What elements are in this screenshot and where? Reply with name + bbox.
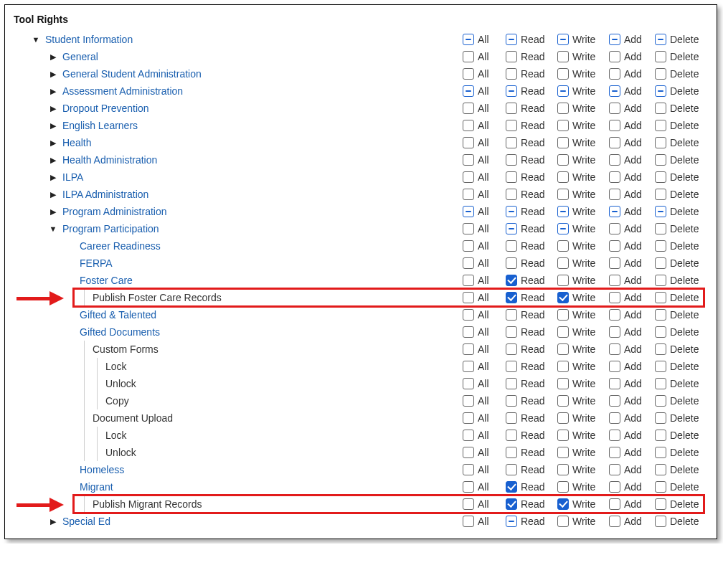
checkbox-all-ferpa[interactable]: [463, 257, 474, 269]
checkbox-write-doc-upload[interactable]: [557, 412, 569, 424]
checkbox-add-health-admin[interactable]: [609, 154, 620, 166]
checkbox-all-publish-foster[interactable]: [463, 292, 474, 303]
item-label-gen-student-admin[interactable]: General Student Administration: [62, 68, 202, 80]
checkbox-read-ilpa-admin[interactable]: [506, 189, 517, 200]
collapse-icon[interactable]: ▼: [48, 224, 58, 233]
checkbox-write-health-admin[interactable]: [557, 154, 569, 166]
checkbox-read-cf-copy[interactable]: [506, 395, 517, 407]
checkbox-add-dropout-prev[interactable]: [609, 103, 620, 114]
checkbox-read-gen-student-admin[interactable]: [506, 68, 517, 80]
checkbox-add-ilpa[interactable]: [609, 171, 620, 183]
checkbox-write-student-info[interactable]: [557, 34, 569, 45]
checkbox-add-gifted-documents[interactable]: [609, 326, 620, 338]
checkbox-read-gifted-talented[interactable]: [506, 309, 517, 321]
checkbox-all-migrant[interactable]: [463, 481, 474, 493]
checkbox-delete-homeless[interactable]: [655, 464, 666, 475]
checkbox-add-assessment-admin[interactable]: [609, 85, 620, 97]
item-label-program-admin[interactable]: Program Administration: [62, 206, 167, 217]
checkbox-delete-gifted-talented[interactable]: [655, 309, 666, 321]
checkbox-write-migrant[interactable]: [557, 481, 569, 493]
checkbox-all-du-unlock[interactable]: [463, 447, 474, 458]
checkbox-read-publish-migrant[interactable]: [506, 498, 517, 510]
checkbox-add-cf-unlock[interactable]: [609, 378, 620, 389]
checkbox-write-dropout-prev[interactable]: [557, 103, 569, 114]
checkbox-write-gifted-talented[interactable]: [557, 309, 569, 321]
expand-icon[interactable]: ▶: [48, 87, 58, 96]
expand-icon[interactable]: ▶: [48, 138, 58, 148]
checkbox-write-cf-lock[interactable]: [557, 361, 569, 372]
checkbox-delete-dropout-prev[interactable]: [655, 103, 666, 114]
checkbox-all-health[interactable]: [463, 137, 474, 148]
checkbox-read-health-admin[interactable]: [506, 154, 517, 166]
checkbox-add-publish-foster[interactable]: [609, 292, 620, 303]
checkbox-delete-cf-unlock[interactable]: [655, 378, 666, 389]
checkbox-add-foster-care[interactable]: [609, 275, 620, 286]
checkbox-read-du-lock[interactable]: [506, 430, 517, 441]
checkbox-all-program-admin[interactable]: [463, 206, 474, 217]
expand-icon[interactable]: ▶: [48, 70, 58, 79]
checkbox-read-migrant[interactable]: [506, 481, 517, 493]
checkbox-delete-career-readiness[interactable]: [655, 240, 666, 252]
checkbox-delete-ferpa[interactable]: [655, 257, 666, 269]
checkbox-all-gifted-documents[interactable]: [463, 326, 474, 338]
checkbox-delete-ilpa[interactable]: [655, 171, 666, 183]
checkbox-all-publish-migrant[interactable]: [463, 498, 474, 510]
checkbox-read-student-info[interactable]: [506, 34, 517, 45]
checkbox-add-gifted-talented[interactable]: [609, 309, 620, 321]
checkbox-read-custom-forms[interactable]: [506, 343, 517, 355]
checkbox-delete-english-learners[interactable]: [655, 120, 666, 131]
checkbox-read-program-participation[interactable]: [506, 223, 517, 234]
item-label-health[interactable]: Health: [62, 137, 91, 148]
checkbox-add-du-lock[interactable]: [609, 430, 620, 441]
checkbox-read-ilpa[interactable]: [506, 171, 517, 183]
checkbox-read-career-readiness[interactable]: [506, 240, 517, 252]
checkbox-write-general[interactable]: [557, 51, 569, 62]
checkbox-all-cf-unlock[interactable]: [463, 378, 474, 389]
checkbox-add-gen-student-admin[interactable]: [609, 68, 620, 80]
checkbox-delete-doc-upload[interactable]: [655, 412, 666, 424]
item-label-ilpa-admin[interactable]: ILPA Administration: [62, 189, 148, 200]
item-label-health-admin[interactable]: Health Administration: [62, 154, 157, 166]
checkbox-write-assessment-admin[interactable]: [557, 85, 569, 97]
item-label-migrant[interactable]: Migrant: [80, 481, 113, 493]
checkbox-delete-custom-forms[interactable]: [655, 343, 666, 355]
checkbox-read-health[interactable]: [506, 137, 517, 148]
checkbox-read-assessment-admin[interactable]: [506, 85, 517, 97]
checkbox-add-special-ed[interactable]: [609, 516, 620, 527]
checkbox-write-publish-migrant[interactable]: [557, 498, 569, 510]
checkbox-read-ferpa[interactable]: [506, 257, 517, 269]
expand-icon[interactable]: ▶: [48, 52, 58, 62]
checkbox-add-cf-lock[interactable]: [609, 361, 620, 372]
checkbox-delete-student-info[interactable]: [655, 34, 666, 45]
checkbox-all-career-readiness[interactable]: [463, 240, 474, 252]
checkbox-add-publish-migrant[interactable]: [609, 498, 620, 510]
checkbox-delete-migrant[interactable]: [655, 481, 666, 493]
checkbox-all-doc-upload[interactable]: [463, 412, 474, 424]
checkbox-write-cf-unlock[interactable]: [557, 378, 569, 389]
checkbox-delete-du-unlock[interactable]: [655, 447, 666, 458]
checkbox-delete-cf-lock[interactable]: [655, 361, 666, 372]
checkbox-delete-general[interactable]: [655, 51, 666, 62]
checkbox-add-student-info[interactable]: [609, 34, 620, 45]
checkbox-write-special-ed[interactable]: [557, 516, 569, 527]
expand-icon[interactable]: ▶: [48, 207, 58, 217]
checkbox-delete-gifted-documents[interactable]: [655, 326, 666, 338]
checkbox-all-custom-forms[interactable]: [463, 343, 474, 355]
checkbox-add-migrant[interactable]: [609, 481, 620, 493]
expand-icon[interactable]: ▶: [48, 173, 58, 182]
checkbox-write-english-learners[interactable]: [557, 120, 569, 131]
checkbox-delete-assessment-admin[interactable]: [655, 85, 666, 97]
checkbox-write-gifted-documents[interactable]: [557, 326, 569, 338]
checkbox-read-foster-care[interactable]: [506, 275, 517, 286]
checkbox-read-homeless[interactable]: [506, 464, 517, 475]
expand-icon[interactable]: ▶: [48, 104, 58, 113]
item-label-dropout-prev[interactable]: Dropout Prevention: [62, 103, 149, 114]
checkbox-add-du-unlock[interactable]: [609, 447, 620, 458]
checkbox-read-dropout-prev[interactable]: [506, 103, 517, 114]
checkbox-all-english-learners[interactable]: [463, 120, 474, 131]
checkbox-all-du-lock[interactable]: [463, 430, 474, 441]
checkbox-all-program-participation[interactable]: [463, 223, 474, 234]
checkbox-delete-gen-student-admin[interactable]: [655, 68, 666, 80]
checkbox-write-gen-student-admin[interactable]: [557, 68, 569, 80]
checkbox-all-special-ed[interactable]: [463, 516, 474, 527]
